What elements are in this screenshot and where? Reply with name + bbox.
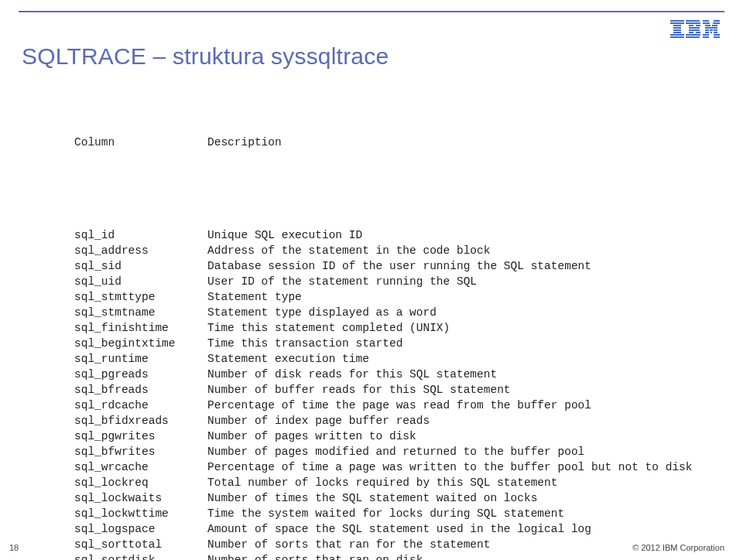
- table-row: sql_begintxtimeTime this transaction sta…: [74, 336, 712, 351]
- svg-rect-22: [705, 25, 710, 26]
- svg-rect-23: [712, 25, 717, 26]
- svg-rect-15: [696, 32, 700, 33]
- description-cell: Percentage of time the page was read fro…: [207, 398, 712, 413]
- table-row: sql_stmttypeStatement type: [74, 289, 712, 305]
- table-row: sql_idUnique SQL execution ID: [74, 227, 712, 243]
- table-row: sql_pgreadsNumber of disk reads for this…: [74, 367, 712, 382]
- svg-rect-3: [673, 27, 681, 29]
- svg-rect-18: [703, 20, 709, 22]
- description-cell: Statement type: [207, 289, 712, 305]
- description-cell: Database session ID of the user running …: [207, 258, 712, 274]
- svg-rect-12: [689, 27, 700, 29]
- description-cell: Number of sorts that ran on disk: [207, 552, 712, 560]
- column-name-cell: sql_finishtime: [74, 320, 207, 336]
- column-name-cell: sql_sorttotal: [74, 537, 207, 552]
- slide-page: SQLTRACE – struktura syssqltrace Column …: [0, 0, 743, 560]
- svg-rect-5: [673, 32, 681, 33]
- description-cell: Time this transaction started: [207, 336, 712, 351]
- description-cell: Time the system waited for locks during …: [207, 506, 712, 521]
- svg-rect-26: [710, 29, 713, 31]
- description-cell: User ID of the statement running the SQL: [207, 274, 712, 289]
- svg-rect-0: [670, 20, 684, 22]
- column-name-cell: sql_uid: [74, 274, 207, 289]
- description-cell: Statement execution time: [207, 351, 712, 367]
- svg-rect-29: [710, 32, 712, 33]
- col-header-column: Column: [74, 135, 207, 150]
- svg-rect-13: [689, 29, 700, 31]
- spacer: [74, 181, 712, 196]
- svg-rect-25: [705, 29, 709, 31]
- svg-rect-30: [714, 32, 717, 33]
- column-name-cell: sql_wrcache: [74, 459, 207, 475]
- table-header-row: Column Description: [74, 135, 712, 150]
- column-name-cell: sql_id: [74, 227, 207, 243]
- svg-rect-8: [686, 20, 700, 22]
- page-title: SQLTRACE – struktura syssqltrace: [22, 43, 389, 70]
- table-row: sql_logspaceAmount of space the SQL stat…: [74, 521, 712, 537]
- svg-rect-4: [673, 29, 681, 31]
- svg-rect-19: [714, 20, 720, 22]
- column-name-cell: sql_sid: [74, 258, 207, 274]
- column-name-cell: sql_begintxtime: [74, 336, 207, 351]
- slide-number: 18: [9, 543, 19, 552]
- column-name-cell: sql_sortdisk: [74, 552, 207, 560]
- column-name-cell: sql_pgwrites: [74, 429, 207, 444]
- description-cell: Percentage of time a page was written to…: [207, 459, 712, 475]
- svg-rect-16: [686, 34, 700, 36]
- description-cell: Number of disk reads for this SQL statem…: [207, 367, 712, 382]
- description-cell: Number of buffer reads for this SQL stat…: [207, 382, 712, 398]
- svg-rect-34: [714, 36, 720, 38]
- svg-rect-32: [714, 34, 720, 36]
- table-row: sql_wrcachePercentage of time a page was…: [74, 459, 712, 475]
- svg-rect-2: [673, 25, 681, 26]
- table-row: sql_sidDatabase session ID of the user r…: [74, 258, 712, 274]
- column-name-cell: sql_lockwttime: [74, 506, 207, 521]
- table-row: sql_runtimeStatement execution time: [74, 351, 712, 367]
- svg-rect-20: [703, 22, 710, 24]
- table-row: sql_uidUser ID of the statement running …: [74, 274, 712, 289]
- svg-rect-21: [713, 22, 720, 24]
- column-name-cell: sql_lockreq: [74, 475, 207, 490]
- column-name-cell: sql_logspace: [74, 521, 207, 537]
- description-cell: Number of pages modified and returned to…: [207, 444, 712, 459]
- svg-rect-11: [696, 25, 700, 26]
- ibm-logo-icon: [670, 20, 720, 40]
- table-row: sql_finishtimeTime this statement comple…: [74, 320, 712, 336]
- svg-rect-10: [689, 25, 693, 26]
- description-cell: Time this statement completed (UNIX): [207, 320, 712, 336]
- svg-rect-17: [686, 36, 700, 38]
- svg-rect-27: [714, 29, 717, 31]
- svg-rect-24: [705, 27, 717, 29]
- col-header-description: Description: [207, 135, 712, 150]
- column-name-cell: sql_lockwaits: [74, 490, 207, 506]
- column-name-cell: sql_address: [74, 243, 207, 258]
- svg-rect-14: [689, 32, 693, 33]
- column-name-cell: sql_bfwrites: [74, 444, 207, 459]
- description-cell: Number of index page buffer reads: [207, 413, 712, 429]
- column-name-cell: sql_pgreads: [74, 367, 207, 382]
- svg-rect-6: [670, 34, 684, 36]
- description-cell: Statement type displayed as a word: [207, 305, 712, 320]
- table-row: sql_stmtnameStatement type displayed as …: [74, 305, 712, 320]
- description-cell: Number of times the SQL statement waited…: [207, 490, 712, 506]
- table-row: sql_bfwritesNumber of pages modified and…: [74, 444, 712, 459]
- header-rule: [19, 11, 724, 12]
- column-name-cell: sql_rdcache: [74, 398, 207, 413]
- copyright-text: © 2012 IBM Corporation: [632, 543, 724, 552]
- table-row: sql_bfidxreadsNumber of index page buffe…: [74, 413, 712, 429]
- svg-rect-7: [670, 36, 684, 38]
- column-name-cell: sql_stmttype: [74, 289, 207, 305]
- svg-rect-33: [703, 36, 709, 38]
- svg-rect-31: [703, 34, 709, 36]
- description-cell: Amount of space the SQL statement used i…: [207, 521, 712, 537]
- svg-rect-9: [686, 22, 700, 24]
- column-name-cell: sql_stmtname: [74, 305, 207, 320]
- table-row: sql_rdcachePercentage of time the page w…: [74, 398, 712, 413]
- table-row: sql_addressAddress of the statement in t…: [74, 243, 712, 258]
- svg-rect-1: [670, 22, 684, 24]
- column-name-cell: sql_bfidxreads: [74, 413, 207, 429]
- table-row: sql_pgwritesNumber of pages written to d…: [74, 429, 712, 444]
- description-cell: Number of pages written to disk: [207, 429, 712, 444]
- table-body: sql_idUnique SQL execution IDsql_address…: [74, 227, 712, 560]
- table-row: sql_sorttotalNumber of sorts that ran fo…: [74, 537, 712, 552]
